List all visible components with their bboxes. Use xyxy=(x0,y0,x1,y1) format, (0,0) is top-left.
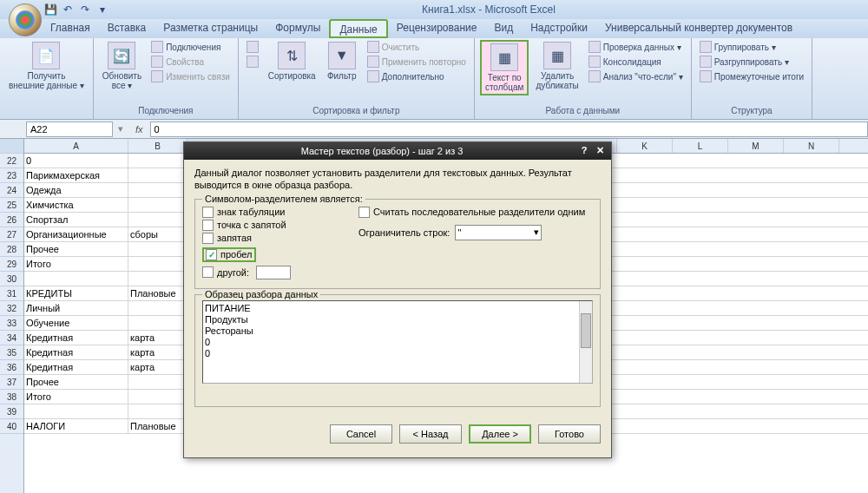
preview-scrollbar[interactable] xyxy=(579,301,592,383)
cell[interactable]: Химчистка xyxy=(24,198,128,212)
cell[interactable] xyxy=(128,375,187,389)
sort-za-button[interactable] xyxy=(244,55,261,69)
semicolon-checkbox[interactable] xyxy=(202,220,214,231)
subtotal-button[interactable]: Промежуточные итоги xyxy=(697,69,806,83)
reapply-button[interactable]: Применить повторно xyxy=(365,55,469,69)
row-header[interactable]: 35 xyxy=(0,345,23,360)
cell[interactable]: Организационные xyxy=(24,227,128,241)
row-header[interactable]: 22 xyxy=(0,154,23,168)
whatif-button[interactable]: Анализ "что-если" ▾ xyxy=(586,69,686,83)
cell[interactable]: сборы xyxy=(128,227,187,241)
cell[interactable]: Плановые xyxy=(128,286,187,300)
comma-checkbox-row[interactable]: запятая xyxy=(202,233,341,244)
consecutive-checkbox-row[interactable]: Считать последовательные разделители одн… xyxy=(358,207,593,218)
advanced-filter-button[interactable]: Дополнительно xyxy=(365,69,469,83)
cell[interactable] xyxy=(24,272,128,286)
row-header[interactable]: 28 xyxy=(0,242,23,257)
semicolon-checkbox-row[interactable]: точка с запятой xyxy=(202,220,341,231)
col-header-K[interactable]: K xyxy=(617,139,673,153)
name-box[interactable]: A22 xyxy=(26,122,113,137)
qat-dropdown-icon[interactable]: ▾ xyxy=(95,3,109,16)
row-header[interactable]: 26 xyxy=(0,213,23,227)
other-checkbox-row[interactable]: другой: xyxy=(202,266,341,279)
tab-data[interactable]: Данные xyxy=(329,19,387,38)
cell[interactable] xyxy=(128,242,187,256)
filter-button[interactable]: ▼ Фильтр xyxy=(323,40,361,82)
row-header[interactable]: 27 xyxy=(0,227,23,242)
clear-filter-button[interactable]: Очистить xyxy=(365,40,469,54)
cancel-button[interactable]: Cancel xyxy=(330,424,392,444)
next-button[interactable]: Далее > xyxy=(469,424,531,444)
tab-udc[interactable]: Универсальный конвертер документов xyxy=(596,19,801,38)
undo-icon[interactable]: ↶ xyxy=(61,3,75,16)
back-button[interactable]: < Назад xyxy=(399,424,462,444)
cell[interactable]: Итого xyxy=(24,257,128,271)
sort-button[interactable]: ⇅ Сортировка xyxy=(265,40,319,82)
row-header[interactable]: 25 xyxy=(0,198,23,213)
cell[interactable] xyxy=(128,404,187,418)
tab-home[interactable]: Главная xyxy=(42,19,99,38)
cell[interactable] xyxy=(128,272,187,286)
tab-addins[interactable]: Надстройки xyxy=(522,19,596,38)
row-header[interactable]: 33 xyxy=(0,316,23,331)
save-icon[interactable]: 💾 xyxy=(43,3,57,16)
row-header[interactable]: 30 xyxy=(0,272,23,286)
row-header[interactable]: 23 xyxy=(0,168,23,183)
row-header[interactable]: 37 xyxy=(0,375,23,390)
fx-icon[interactable]: fx xyxy=(128,124,150,135)
cell[interactable]: Спортзал xyxy=(24,213,128,227)
close-icon[interactable]: ✕ xyxy=(592,145,608,157)
other-checkbox[interactable] xyxy=(202,266,214,278)
col-header-M[interactable]: M xyxy=(728,139,784,153)
row-header[interactable]: 40 xyxy=(0,419,23,434)
properties-button[interactable]: Свойства xyxy=(148,55,233,69)
remove-duplicates-button[interactable]: ▦ Удалитьдубликаты xyxy=(532,40,582,92)
cell[interactable]: Плановые xyxy=(128,419,187,433)
other-delimiter-input[interactable] xyxy=(256,266,291,279)
space-checkbox-row[interactable]: пробел xyxy=(202,247,256,262)
scroll-thumb[interactable] xyxy=(581,313,591,348)
ungroup-button[interactable]: Разгруппировать ▾ xyxy=(697,55,806,69)
row-header[interactable]: 29 xyxy=(0,257,23,272)
data-validation-button[interactable]: Проверка данных ▾ xyxy=(586,40,686,54)
help-icon[interactable]: ? xyxy=(576,145,592,157)
connections-button[interactable]: Подключения xyxy=(148,40,233,54)
cell[interactable] xyxy=(128,198,187,212)
row-header[interactable]: 38 xyxy=(0,390,23,404)
cell[interactable]: 0 xyxy=(24,154,128,168)
cell[interactable]: Кредитная xyxy=(24,331,128,345)
cell[interactable]: Кредитная xyxy=(24,345,128,359)
cell[interactable] xyxy=(128,168,187,182)
cell[interactable] xyxy=(128,213,187,227)
consecutive-checkbox[interactable] xyxy=(358,207,370,218)
refresh-all-button[interactable]: 🔄 Обновитьвсе ▾ xyxy=(99,40,145,92)
cell[interactable]: НАЛОГИ xyxy=(24,419,128,433)
col-header-A[interactable]: A xyxy=(24,139,128,153)
row-header[interactable]: 39 xyxy=(0,404,23,419)
comma-checkbox[interactable] xyxy=(202,233,214,244)
row-header[interactable]: 34 xyxy=(0,331,23,345)
tab-formulas[interactable]: Формулы xyxy=(266,19,329,38)
space-checkbox[interactable] xyxy=(206,249,217,260)
cell[interactable]: Прочее xyxy=(24,242,128,256)
col-header-B[interactable]: B xyxy=(128,139,187,153)
text-to-columns-button[interactable]: ▦ Текст постолбцам xyxy=(480,40,529,95)
select-all[interactable] xyxy=(0,139,23,154)
cell[interactable] xyxy=(128,183,187,197)
cell[interactable] xyxy=(128,257,187,271)
edit-links-button[interactable]: Изменить связи xyxy=(148,69,233,83)
cell[interactable]: Одежда xyxy=(24,183,128,197)
cell[interactable] xyxy=(128,390,187,404)
get-external-data-button[interactable]: 📄 Получитьвнешние данные ▾ xyxy=(5,40,88,92)
row-header[interactable]: 24 xyxy=(0,183,23,198)
cell[interactable] xyxy=(128,316,187,330)
finish-button[interactable]: Готово xyxy=(538,424,601,444)
tab-checkbox[interactable] xyxy=(202,207,214,218)
sort-az-button[interactable] xyxy=(244,40,261,54)
row-header[interactable]: 31 xyxy=(0,286,23,301)
cell[interactable]: Парикмахерская xyxy=(24,168,128,182)
tab-review[interactable]: Рецензирование xyxy=(388,19,486,38)
qualifier-select[interactable]: "▾ xyxy=(455,225,542,240)
cell[interactable]: Личный xyxy=(24,301,128,315)
redo-icon[interactable]: ↷ xyxy=(78,3,92,16)
